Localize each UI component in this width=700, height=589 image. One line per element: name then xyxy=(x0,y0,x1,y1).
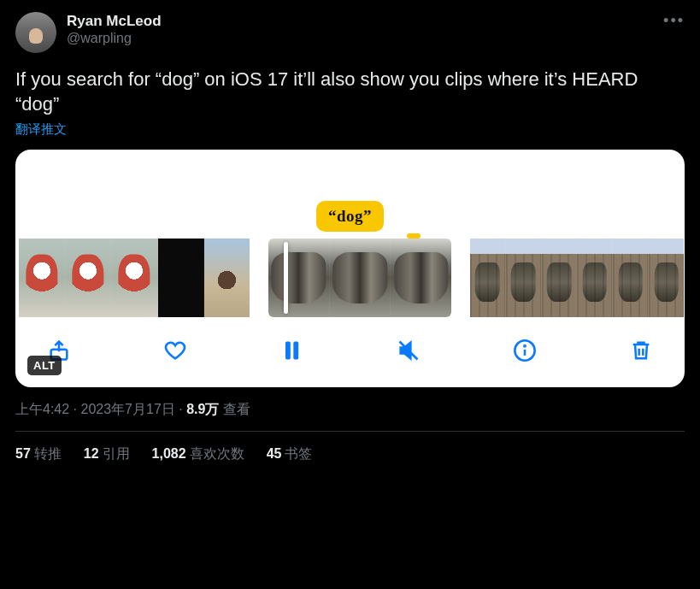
thumbnail xyxy=(19,239,65,317)
retweets[interactable]: 57转推 xyxy=(15,445,62,463)
playhead[interactable] xyxy=(284,242,288,314)
views-count: 8.9万 xyxy=(186,402,219,416)
thumbnail xyxy=(577,239,613,317)
tweet: Ryan McLeod @warpling ••• If you search … xyxy=(0,0,700,477)
thumbnail xyxy=(470,239,506,317)
thumbnail xyxy=(649,239,684,317)
avatar[interactable] xyxy=(15,12,56,53)
media-toolbar xyxy=(15,317,685,387)
thumbnail xyxy=(204,239,250,317)
media-top: “dog” xyxy=(15,150,685,239)
thumbnail xyxy=(391,239,451,317)
thumbnail xyxy=(542,239,578,317)
thumbnail xyxy=(111,239,157,317)
media-card[interactable]: “dog” xyxy=(15,150,685,387)
svg-rect-1 xyxy=(285,342,291,360)
handle: @warpling xyxy=(67,30,162,47)
mute-icon[interactable] xyxy=(394,336,423,365)
caption-pill: “dog” xyxy=(316,201,384,232)
thumbnail xyxy=(158,239,204,317)
clip-group-3[interactable] xyxy=(470,239,684,317)
display-name: Ryan McLeod xyxy=(67,12,162,30)
translate-link[interactable]: 翻译推文 xyxy=(15,121,67,138)
author-block[interactable]: Ryan McLeod @warpling xyxy=(67,12,162,47)
info-icon[interactable] xyxy=(510,336,539,365)
svg-point-5 xyxy=(524,345,525,346)
thumbnail xyxy=(506,239,542,317)
bookmarks[interactable]: 45书签 xyxy=(267,445,313,463)
tweet-date[interactable]: 2023年7月17日 xyxy=(80,402,174,416)
views-label: 查看 xyxy=(219,402,250,416)
alt-badge[interactable]: ALT xyxy=(27,356,62,375)
heart-icon[interactable] xyxy=(161,336,190,365)
tweet-text: If you search for “dog” on iOS 17 it’ll … xyxy=(15,67,685,116)
stats-row: 57转推 12引用 1,082喜欢次数 45书签 xyxy=(15,432,685,477)
meta-row: 上午4:42 · 2023年7月17日 · 8.9万 查看 xyxy=(15,401,685,432)
thumbnail xyxy=(613,239,649,317)
video-timeline[interactable] xyxy=(15,239,685,317)
trash-icon[interactable] xyxy=(626,336,656,365)
svg-rect-2 xyxy=(294,342,299,360)
more-button[interactable]: ••• xyxy=(663,12,685,30)
quotes[interactable]: 12引用 xyxy=(84,445,130,463)
clip-group-2[interactable] xyxy=(268,239,451,317)
clip-group-1[interactable] xyxy=(19,239,250,317)
thumbnail xyxy=(330,239,391,317)
likes[interactable]: 1,082喜欢次数 xyxy=(152,445,244,463)
thumbnail xyxy=(268,239,330,317)
tweet-time[interactable]: 上午4:42 xyxy=(15,402,69,416)
tweet-header: Ryan McLeod @warpling xyxy=(15,12,685,53)
pause-icon[interactable] xyxy=(277,336,306,365)
thumbnail xyxy=(65,239,111,317)
